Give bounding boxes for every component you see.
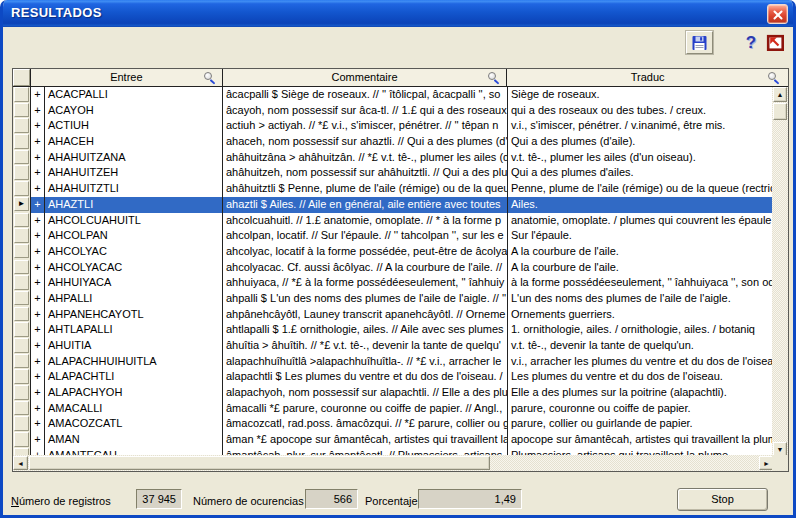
table-row[interactable]: +AHCOLPANahcolpan, locatif. // Sur l'épa… xyxy=(13,228,774,244)
expand-toggle[interactable]: + xyxy=(30,307,44,323)
record-selector-button[interactable] xyxy=(14,134,29,149)
cell-traduc[interactable]: v.i., arracher les plumes du ventre et d… xyxy=(507,354,774,370)
record-selector[interactable] xyxy=(13,181,30,197)
cell-commentaire[interactable]: ahcolyac, locatif à la forme possédée, p… xyxy=(222,244,507,260)
record-selector-button[interactable] xyxy=(14,260,29,275)
table-row[interactable]: +AHACEHahaceh, nom possessif sur ahaztli… xyxy=(13,134,774,150)
record-selector[interactable] xyxy=(13,275,30,291)
cell-entree[interactable]: ACAYOH xyxy=(44,103,222,119)
cell-traduc[interactable]: v.i., s'imiscer, pénétrer. / v.inanimé, … xyxy=(507,118,774,134)
exit-button[interactable] xyxy=(764,32,786,53)
cell-commentaire[interactable]: ahtlapalli $ 1.£ ornithologie, ailes. //… xyxy=(222,322,507,338)
cell-traduc[interactable]: Sur l'épaule. xyxy=(507,228,774,244)
cell-traduc[interactable]: à la forme possédéeseulement, '' îahhuiy… xyxy=(507,275,774,291)
record-selector-button[interactable] xyxy=(14,165,29,180)
cell-traduc[interactable]: v.t. tê-., plumer les ailes (d'un oiseau… xyxy=(507,150,774,166)
cell-commentaire[interactable]: ahaceh, nom possessif sur ahaztli. // Qu… xyxy=(222,134,507,150)
record-selector[interactable] xyxy=(13,291,30,307)
table-row[interactable]: +AHCOLYACACahcolyacac. Cf. aussi âcôlyac… xyxy=(13,260,774,276)
record-selector[interactable] xyxy=(13,369,30,385)
expand-toggle[interactable]: + xyxy=(30,197,44,213)
cell-traduc[interactable]: Penne, plume de l'aile (rémige) ou de la… xyxy=(507,181,774,197)
cell-traduc[interactable]: A la courbure de l'aile. xyxy=(507,260,774,276)
table-row[interactable]: +AHUITIAâhuîtia > âhuîtih. // *£ v.t. tê… xyxy=(13,338,774,354)
record-selector[interactable] xyxy=(13,432,30,448)
expand-toggle[interactable]: + xyxy=(30,103,44,119)
record-selector-button[interactable] xyxy=(14,401,29,416)
table-row[interactable]: +AMANâman *£ apocope sur âmantêcah, arti… xyxy=(13,432,774,448)
table-row[interactable]: +AHHUIYACAahhuiyaca, // *£ à la forme po… xyxy=(13,275,774,291)
table-row[interactable]: +ALAPACHTLIalapachtli $ Les plumes du ve… xyxy=(13,369,774,385)
vertical-scrollbar[interactable]: ▲ ▼ xyxy=(772,87,788,457)
expand-toggle[interactable]: + xyxy=(30,181,44,197)
record-selector[interactable] xyxy=(13,213,30,229)
record-selector-button[interactable] xyxy=(14,354,29,369)
record-selector-button[interactable] xyxy=(14,87,29,102)
expand-toggle[interactable]: + xyxy=(30,369,44,385)
cell-entree[interactable]: AHUITIA xyxy=(44,338,222,354)
expand-toggle[interactable]: + xyxy=(30,134,44,150)
expand-toggle[interactable]: + xyxy=(30,228,44,244)
record-selector-button[interactable] xyxy=(14,416,29,431)
expand-toggle[interactable]: + xyxy=(30,416,44,432)
expand-toggle[interactable]: + xyxy=(30,260,44,276)
expand-toggle[interactable]: + xyxy=(30,165,44,181)
scroll-up-button[interactable]: ▲ xyxy=(773,87,787,102)
expand-toggle[interactable]: + xyxy=(30,401,44,417)
table-row[interactable]: ►+AHAZTLIahaztli $ Ailes. // Aile en gén… xyxy=(13,197,774,213)
cell-traduc[interactable]: anatomie, omoplate. / plumes qui couvren… xyxy=(507,213,774,229)
expand-toggle[interactable]: + xyxy=(30,244,44,260)
cell-traduc[interactable]: Qui a des plumes (d'aile). xyxy=(507,134,774,150)
cell-traduc[interactable]: Elle a des plumes sur la poitrine (alapa… xyxy=(507,385,774,401)
record-selector-button[interactable] xyxy=(14,150,29,165)
cell-traduc[interactable]: parure, couronne ou coiffe de papier. xyxy=(507,401,774,417)
cell-commentaire[interactable]: ahhuiyaca, // *£ à la forme possédéeseul… xyxy=(222,275,507,291)
record-selector[interactable] xyxy=(13,244,30,260)
vertical-scroll-thumb[interactable] xyxy=(773,103,787,120)
cell-traduc[interactable]: Les plumes du ventre et du dos de l'oise… xyxy=(507,369,774,385)
table-row[interactable]: +ACACPALLIâcacpalli $ Siège de roseaux. … xyxy=(13,87,774,103)
record-selector-button[interactable] xyxy=(14,103,29,118)
cell-traduc[interactable]: Ailes. xyxy=(507,197,774,213)
record-selector[interactable] xyxy=(13,338,30,354)
cell-commentaire[interactable]: âmacalli *£ parure, couronne ou coiffe d… xyxy=(222,401,507,417)
table-row[interactable]: +ALAPACHHUIHUITLAalapachhuîhuîtlâ >alapa… xyxy=(13,354,774,370)
expand-toggle[interactable]: + xyxy=(30,87,44,103)
cell-entree[interactable]: AHAHUITZANA xyxy=(44,150,222,166)
cell-traduc[interactable]: L'un des noms des plumes de l'aile de l'… xyxy=(507,291,774,307)
table-row[interactable]: +ACAYOHâcayoh, nom possessif sur âca-tl.… xyxy=(13,103,774,119)
record-selector[interactable] xyxy=(13,354,30,370)
record-selector-button[interactable] xyxy=(14,432,29,447)
help-button[interactable]: ? xyxy=(740,31,762,54)
cell-commentaire[interactable]: alapachhuîhuîtlâ >alapachhuîhuîtla-. // … xyxy=(222,354,507,370)
table-row[interactable]: +AHCOLYACahcolyac, locatif à la forme po… xyxy=(13,244,774,260)
table-row[interactable]: +AMACALLIâmacalli *£ parure, couronne ou… xyxy=(13,401,774,417)
record-selector[interactable] xyxy=(13,322,30,338)
table-row[interactable]: +AMACOZCATLâmacozcatl, rad.poss. âmacôzq… xyxy=(13,416,774,432)
cell-entree[interactable]: ALAPACHTLI xyxy=(44,369,222,385)
record-selector[interactable] xyxy=(13,118,30,134)
cell-entree[interactable]: AHPALLI xyxy=(44,291,222,307)
record-selector[interactable] xyxy=(13,260,30,276)
cell-traduc[interactable]: Qui a des plumes d'ailes. xyxy=(507,165,774,181)
record-selector-button[interactable] xyxy=(14,244,29,259)
record-selector[interactable] xyxy=(13,307,30,323)
expand-toggle[interactable]: + xyxy=(30,118,44,134)
cell-entree[interactable]: AHCOLYACAC xyxy=(44,260,222,276)
record-selector-button[interactable] xyxy=(14,338,29,353)
record-selector[interactable] xyxy=(13,150,30,166)
cell-entree[interactable]: AHCOLCUAHUITL xyxy=(44,213,222,229)
scroll-left-button[interactable]: ◄ xyxy=(13,456,28,470)
record-selector[interactable] xyxy=(13,401,30,417)
expand-toggle[interactable]: + xyxy=(30,432,44,448)
save-button[interactable] xyxy=(686,31,713,54)
expand-toggle[interactable]: + xyxy=(30,354,44,370)
record-selector-button[interactable] xyxy=(14,307,29,322)
search-icon[interactable] xyxy=(204,72,216,84)
table-row[interactable]: +AHCOLCUAHUITLahcolcuahuitl. // 1.£ anat… xyxy=(13,213,774,229)
record-selector[interactable]: ► xyxy=(13,197,30,213)
cell-entree[interactable]: AHACEH xyxy=(44,134,222,150)
record-selector[interactable] xyxy=(13,385,30,401)
horizontal-scroll-thumb[interactable] xyxy=(29,456,490,470)
cell-commentaire[interactable]: âcayoh, nom possessif sur âca-tl. // 1.£… xyxy=(222,103,507,119)
